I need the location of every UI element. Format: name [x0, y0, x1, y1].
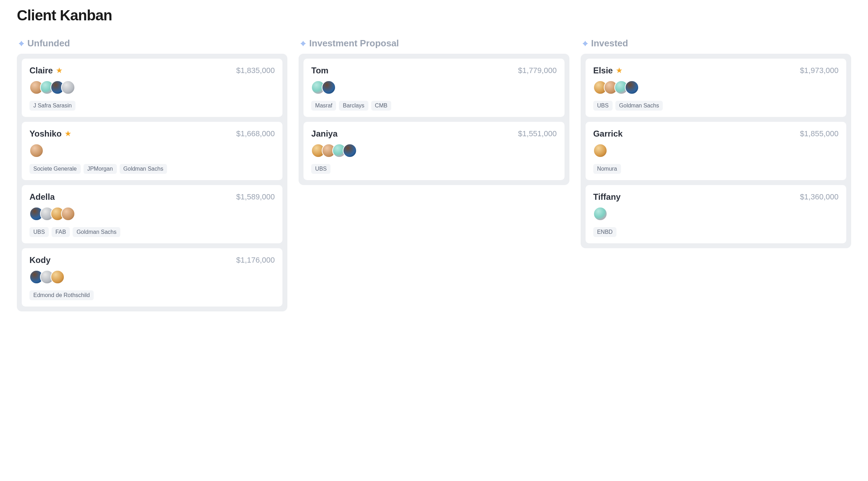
avatar[interactable] [322, 80, 336, 94]
kanban-card[interactable]: Elsie★$1,973,000UBSGoldman Sachs [586, 59, 846, 117]
card-name: Adella [29, 192, 55, 202]
card-name-wrap: Kody [29, 255, 51, 265]
card-name-wrap: Elsie★ [593, 66, 623, 75]
tag[interactable]: J Safra Sarasin [29, 101, 75, 111]
column-body[interactable]: Elsie★$1,973,000UBSGoldman SachsGarrick$… [581, 54, 851, 248]
tag[interactable]: CMB [371, 101, 392, 111]
avatar[interactable] [61, 80, 75, 94]
avatar-group [311, 144, 556, 158]
tag[interactable]: UBS [593, 101, 613, 111]
tag[interactable]: Goldman Sachs [615, 101, 663, 111]
kanban-card[interactable]: Adella$1,589,000UBSFABGoldman Sachs [22, 185, 282, 243]
card-amount: $1,779,000 [518, 66, 557, 75]
tag-list: Edmond de Rothschild [29, 290, 275, 300]
diamond-icon [300, 40, 306, 47]
kanban-column: Investment ProposalTom$1,779,000MasrafBa… [299, 38, 569, 311]
card-header: Claire★$1,835,000 [29, 66, 275, 75]
tag-list: Societe GeneraleJPMorganGoldman Sachs [29, 164, 275, 174]
card-name: Tiffany [593, 192, 621, 202]
tag[interactable]: FAB [52, 227, 70, 237]
card-header: Tiffany$1,360,000 [593, 192, 839, 202]
column-title: Unfunded [27, 38, 70, 49]
card-header: Yoshiko★$1,668,000 [29, 129, 275, 139]
kanban-column: InvestedElsie★$1,973,000UBSGoldman Sachs… [581, 38, 851, 311]
kanban-card[interactable]: Tom$1,779,000MasrafBarclaysCMB [303, 59, 564, 117]
card-name: Claire [29, 66, 53, 75]
column-body[interactable]: Tom$1,779,000MasrafBarclaysCMBJaniya$1,5… [299, 54, 569, 185]
avatar[interactable] [29, 144, 44, 158]
tag-list: UBSFABGoldman Sachs [29, 227, 275, 237]
star-icon: ★ [65, 130, 72, 138]
card-name-wrap: Adella [29, 192, 55, 202]
card-amount: $1,589,000 [236, 192, 275, 202]
tag[interactable]: Societe Generale [29, 164, 81, 174]
page-title: Client Kanban [17, 7, 851, 24]
avatar-group [29, 80, 275, 94]
column-header: Unfunded [17, 38, 287, 49]
card-name: Garrick [593, 129, 623, 139]
tag[interactable]: Barclays [339, 101, 368, 111]
card-header: Tom$1,779,000 [311, 66, 556, 75]
avatar[interactable] [593, 144, 607, 158]
avatar-group [593, 207, 839, 221]
column-title: Investment Proposal [309, 38, 399, 49]
avatar[interactable] [593, 207, 607, 221]
tag-list: J Safra Sarasin [29, 101, 275, 111]
kanban-column: UnfundedClaire★$1,835,000J Safra Sarasin… [17, 38, 287, 311]
tag[interactable]: Edmond de Rothschild [29, 290, 94, 300]
avatar-group [29, 144, 275, 158]
card-name: Yoshiko [29, 129, 62, 139]
avatar[interactable] [343, 144, 357, 158]
tag-list: ENBD [593, 227, 839, 237]
avatar-group [311, 80, 556, 94]
tag[interactable]: JPMorgan [84, 164, 117, 174]
card-name: Tom [311, 66, 328, 75]
card-amount: $1,360,000 [800, 192, 839, 202]
card-name-wrap: Janiya [311, 129, 338, 139]
kanban-card[interactable]: Janiya$1,551,000UBS [303, 122, 564, 180]
tag[interactable]: Masraf [311, 101, 336, 111]
avatar[interactable] [51, 270, 65, 284]
tag-list: UBSGoldman Sachs [593, 101, 839, 111]
kanban-card[interactable]: Tiffany$1,360,000ENBD [586, 185, 846, 243]
column-title: Invested [591, 38, 628, 49]
card-amount: $1,835,000 [236, 66, 275, 75]
star-icon: ★ [616, 67, 623, 74]
tag[interactable]: UBS [29, 227, 49, 237]
avatar[interactable] [61, 207, 75, 221]
column-header: Invested [581, 38, 851, 49]
kanban-card[interactable]: Garrick$1,855,000Nomura [586, 122, 846, 180]
diamond-icon [18, 40, 25, 47]
kanban-card[interactable]: Kody$1,176,000Edmond de Rothschild [22, 248, 282, 307]
column-body[interactable]: Claire★$1,835,000J Safra SarasinYoshiko★… [17, 54, 287, 311]
card-header: Elsie★$1,973,000 [593, 66, 839, 75]
card-name-wrap: Claire★ [29, 66, 63, 75]
tag[interactable]: Nomura [593, 164, 621, 174]
card-amount: $1,551,000 [518, 129, 557, 138]
card-header: Janiya$1,551,000 [311, 129, 556, 139]
diamond-icon [582, 40, 588, 47]
tag-list: UBS [311, 164, 556, 174]
card-name: Kody [29, 255, 51, 265]
column-header: Investment Proposal [299, 38, 569, 49]
avatar[interactable] [625, 80, 639, 94]
star-icon: ★ [56, 67, 63, 74]
tag[interactable]: Goldman Sachs [73, 227, 120, 237]
card-amount: $1,855,000 [800, 129, 839, 138]
kanban-card[interactable]: Claire★$1,835,000J Safra Sarasin [22, 59, 282, 117]
card-name-wrap: Yoshiko★ [29, 129, 72, 139]
card-header: Kody$1,176,000 [29, 255, 275, 265]
card-amount: $1,668,000 [236, 129, 275, 138]
card-name: Elsie [593, 66, 613, 75]
avatar-group [593, 80, 839, 94]
card-name-wrap: Tiffany [593, 192, 621, 202]
card-header: Garrick$1,855,000 [593, 129, 839, 139]
card-name-wrap: Garrick [593, 129, 623, 139]
avatar-group [29, 207, 275, 221]
tag[interactable]: UBS [311, 164, 330, 174]
tag[interactable]: Goldman Sachs [120, 164, 167, 174]
avatar-group [29, 270, 275, 284]
tag[interactable]: ENBD [593, 227, 616, 237]
kanban-card[interactable]: Yoshiko★$1,668,000Societe GeneraleJPMorg… [22, 122, 282, 180]
kanban-board: UnfundedClaire★$1,835,000J Safra Sarasin… [17, 38, 851, 311]
